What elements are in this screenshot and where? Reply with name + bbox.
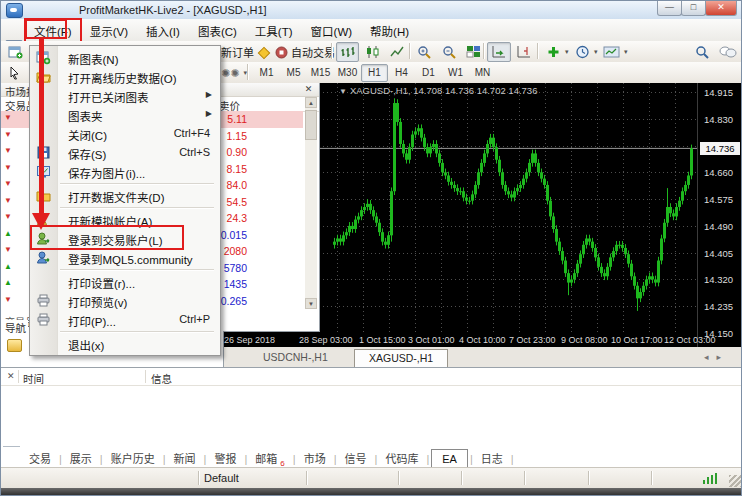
time-tick-label: 9 Oct 08:00 xyxy=(561,335,608,345)
file-menu-item[interactable]: 打印(P)...Ctrl+P xyxy=(30,310,220,329)
timeframe-h1[interactable]: H1 xyxy=(361,64,388,82)
status-profile[interactable]: Default xyxy=(204,472,239,484)
indicators-icon[interactable]: ▾ xyxy=(542,42,573,62)
scroll-down-icon[interactable]: ▼ xyxy=(305,298,317,309)
file-menu-item[interactable]: 打开离线历史数据(O) xyxy=(30,67,220,86)
terminal-tab-10[interactable]: EA xyxy=(431,449,468,468)
time-tick-label: 28 Sep 03:00 xyxy=(299,335,353,345)
menubar-item-5[interactable]: 工具(T) xyxy=(246,19,302,43)
tick-down-icon: ▼ xyxy=(4,163,12,172)
timeframe-mn[interactable]: MN xyxy=(469,64,496,82)
market-watch-close-icon[interactable]: ✕ xyxy=(303,84,314,95)
timeframe-w1[interactable]: W1 xyxy=(442,64,469,82)
chart-dropdown-icon[interactable]: ▼ xyxy=(339,87,347,96)
navigator-title[interactable]: 导航 xyxy=(5,320,28,335)
terminal-tab-4[interactable]: 新闻 xyxy=(168,447,202,469)
timeframe-m5[interactable]: M5 xyxy=(280,64,307,82)
search-icon[interactable] xyxy=(691,42,714,62)
time-tick-label: 3 Oct 01:00 xyxy=(408,335,455,345)
terminal-close-icon[interactable]: ✕ xyxy=(7,371,15,381)
bar-chart-icon[interactable] xyxy=(336,42,359,62)
timeframe-m30[interactable]: M30 xyxy=(334,64,361,82)
file-menu-item[interactable]: 关闭(C)Ctrl+F4 xyxy=(30,124,220,143)
file-menu-item[interactable]: 打印预览(v) xyxy=(30,291,220,310)
annotation-arrow-shaft xyxy=(39,37,44,215)
bid-price: 0.015 xyxy=(221,229,247,241)
terminal-tab-7[interactable]: 市场 xyxy=(298,447,332,469)
close-button[interactable]: ✕ xyxy=(705,1,737,16)
scrollbar-thumb[interactable] xyxy=(305,110,317,140)
autotrading-icon xyxy=(275,46,288,59)
new-chart-window-icon[interactable] xyxy=(4,42,27,62)
time-tick-label: 26 Sep 2018 xyxy=(224,335,275,345)
maximize-button[interactable]: □ xyxy=(681,1,706,16)
bid-price: 24.3 xyxy=(227,212,247,224)
file-menu-item[interactable]: 保存为图片(i)... xyxy=(30,162,220,181)
navigator-item-icon[interactable] xyxy=(7,339,22,352)
file-menu-item[interactable]: 登录到交易账户(L) xyxy=(30,229,220,248)
file-menu-item[interactable]: 保存(S)Ctrl+S xyxy=(30,143,220,162)
menubar-item-4[interactable]: 图表(C) xyxy=(189,19,246,43)
file-menu-item[interactable]: 图表夹▶ xyxy=(30,105,220,124)
file-menu-item[interactable]: 退出(x) xyxy=(30,334,220,353)
submenu-arrow-icon: ▶ xyxy=(206,90,212,99)
terminal-tab-1[interactable]: 交易 xyxy=(23,447,57,469)
file-menu-item[interactable]: 打印设置(r)... xyxy=(30,272,220,291)
time-axis[interactable]: 26 Sep 201828 Sep 03:001 Oct 15:003 Oct … xyxy=(223,333,697,347)
bid-price: 54.5 xyxy=(227,196,247,208)
cycle-lines-icon[interactable]: ✺✺▾ xyxy=(217,63,251,83)
terminal-tab-bar: 交易|展示|账户历史|新闻|警报|邮箱 6|市场|信号|代码库|EA|日志| xyxy=(1,447,742,468)
terminal-tab-3[interactable]: 账户历史 xyxy=(105,447,161,469)
scroll-up-icon[interactable]: ▲ xyxy=(305,97,317,108)
terminal-tab-11[interactable]: 日志 xyxy=(475,447,509,469)
menubar-item-3[interactable]: 插入(I) xyxy=(137,19,189,43)
menubar-item-7[interactable]: 帮助(H) xyxy=(361,19,418,43)
tick-up-icon: ▲ xyxy=(4,262,12,271)
file-menu-item[interactable]: 打开数据文件夹(D) xyxy=(30,186,220,205)
terminal-column-time: 时间 xyxy=(23,371,44,386)
tab-scroll-right-icon[interactable]: ▸ xyxy=(716,352,729,362)
terminal-tab-5[interactable]: 警报 xyxy=(208,447,242,469)
price-scale[interactable]: 14.91514.83014.66014.57514.49014.40514.3… xyxy=(697,83,742,347)
periods-icon[interactable]: ▾ xyxy=(571,42,602,62)
timeframe-m15[interactable]: M15 xyxy=(307,64,334,82)
terminal-tab-9[interactable]: 代码库 xyxy=(379,447,424,469)
time-tick-label: 12 Oct 03:00 xyxy=(664,335,716,345)
cursor-icon[interactable] xyxy=(4,63,25,83)
timeframe-h4[interactable]: H4 xyxy=(388,64,415,82)
templates-icon[interactable]: ▾ xyxy=(599,42,632,62)
chart-shift-icon[interactable] xyxy=(512,42,536,62)
price-tick-label: 14.405 xyxy=(704,248,733,259)
connection-status-icon xyxy=(703,473,717,484)
menu-separator xyxy=(60,331,214,333)
market-watch-scrollbar[interactable]: ▲ ▼ xyxy=(305,97,317,309)
minimize-button[interactable]: — xyxy=(657,1,682,16)
file-menu-item[interactable]: 登录到MQL5.community xyxy=(30,248,220,267)
candlestick-icon[interactable] xyxy=(361,42,384,62)
chart-tab-usdcnhh1[interactable]: USDCNH-,H1 xyxy=(249,349,342,366)
terminal-tab-2[interactable]: 展示 xyxy=(64,447,98,469)
chart-tab-xagusdh1[interactable]: XAGUSD-,H1 xyxy=(354,349,448,367)
chart-tab-bar: USDCNH-,H1XAGUSD-,H1 ◂▸ xyxy=(223,347,742,368)
line-chart-icon[interactable] xyxy=(386,42,409,62)
menubar-item-6[interactable]: 窗口(W) xyxy=(302,19,362,43)
timeframe-d1[interactable]: D1 xyxy=(415,64,442,82)
price-tick-label: 14.915 xyxy=(704,87,733,98)
title-bar[interactable]: ProfitMarketHK-Live2 - [XAGUSD-,H1] — □ … xyxy=(1,1,742,20)
tab-scroll-left-icon[interactable]: ◂ xyxy=(704,352,717,362)
menubar-item-2[interactable]: 显示(V) xyxy=(81,19,137,43)
file-menu-item[interactable]: 新图表(N) xyxy=(30,48,220,67)
timeframe-m1[interactable]: M1 xyxy=(253,64,280,82)
terminal-tab-8[interactable]: 信号 xyxy=(339,447,373,469)
chat-icon[interactable] xyxy=(715,42,741,62)
auto-scroll-icon[interactable] xyxy=(487,42,511,62)
autotrading-button[interactable]: 自动交易 xyxy=(271,42,339,62)
zoom-out-icon[interactable] xyxy=(438,42,461,62)
resize-grip[interactable] xyxy=(729,475,741,487)
bid-price: 0.265 xyxy=(221,295,247,307)
tile-windows-icon[interactable] xyxy=(462,42,485,62)
terminal-header-row[interactable]: ✕ 时间 信息 xyxy=(1,368,742,386)
tick-down-icon: ▼ xyxy=(4,196,12,205)
file-menu-item[interactable]: 打开已关闭图表▶ xyxy=(30,86,220,105)
zoom-in-icon[interactable] xyxy=(413,42,436,62)
